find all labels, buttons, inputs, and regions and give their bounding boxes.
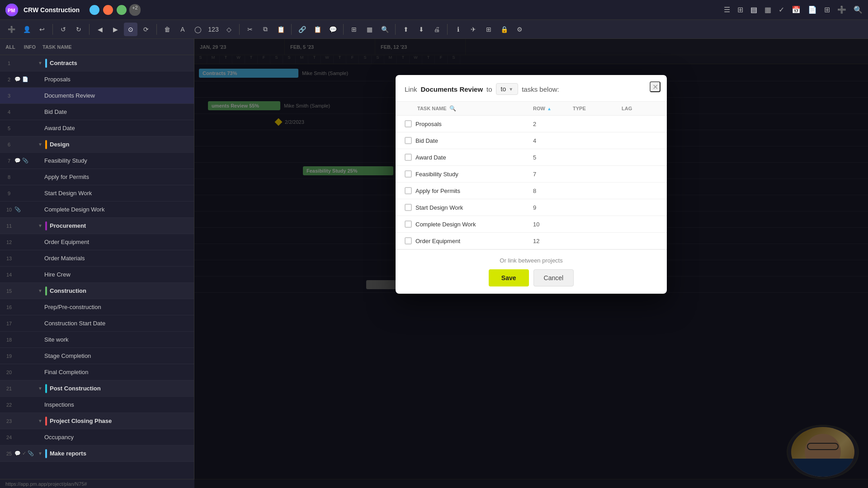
section-collapse-icon[interactable]: ▼ [37,418,43,424]
share-btn[interactable]: ✈ [467,23,480,36]
section-collapse-icon[interactable]: ▼ [37,141,43,148]
cancel-button[interactable]: Cancel [533,269,574,286]
table-row[interactable]: 2 💬 📄 Proposals [0,71,194,88]
list-item[interactable]: Proposals 2 [396,116,667,132]
indent-btn[interactable]: ▶ [108,23,122,36]
row-checkbox-feasibility[interactable] [405,170,412,178]
gantt-icon[interactable]: ▤ [750,5,757,14]
avatar-2[interactable] [102,4,114,16]
link-between-projects[interactable]: Or link between projects [500,257,562,264]
filter-btn[interactable]: ⊞ [482,23,495,36]
link-btn[interactable]: ⊙ [124,23,137,36]
number-btn[interactable]: 123 [207,23,220,36]
table-row[interactable]: 8 Apply for Permits [0,169,194,185]
list-item[interactable]: Award Date 5 [396,149,667,166]
table-row[interactable]: 21 ▼ Post Construction [0,380,194,397]
assign-btn[interactable]: ↩ [35,23,49,36]
copy-btn[interactable]: ⧉ [259,23,272,36]
table-row[interactable]: 20 Final Completion [0,364,194,380]
table-row[interactable]: 3 Documents Review [0,88,194,104]
table-row[interactable]: 16 Prep/Pre-construction [0,299,194,315]
table-row[interactable]: 13 Order Materials [0,250,194,267]
table-row[interactable]: 11 ▼ Procurement [0,218,194,234]
search-icon[interactable]: 🔍 [854,5,863,14]
unlink-btn[interactable]: ⟳ [139,23,153,36]
row-checkbox-completedesign[interactable] [405,221,412,228]
lock-btn[interactable]: 🔒 [497,23,511,36]
list-icon[interactable]: ⊞ [737,5,743,14]
list-item[interactable]: Bid Date 4 [396,132,667,149]
text-btn[interactable]: A [176,23,189,36]
list-item[interactable]: Order Equipment 12 [396,233,667,249]
diamond-btn[interactable]: ◇ [222,23,236,36]
add-user-btn[interactable]: 👤 [20,23,33,36]
table-row[interactable]: 1 ▼ Contracts [0,55,194,71]
table-row[interactable]: 9 Start Design Work [0,185,194,202]
section-collapse-icon[interactable]: ▼ [37,450,43,457]
table-row[interactable]: 19 Stage Completion [0,348,194,364]
calendar-icon[interactable]: 📅 [792,5,801,14]
undo-btn[interactable]: ↺ [57,23,70,36]
search-icon[interactable]: 🔍 [449,105,456,112]
add-task-btn[interactable]: ➕ [5,23,18,36]
delete-btn[interactable]: 🗑 [160,23,174,36]
row-checkbox-permits[interactable] [405,187,412,194]
info-btn[interactable]: ℹ [451,23,465,36]
section-collapse-icon[interactable]: ▼ [37,288,43,294]
redo-btn[interactable]: ↻ [72,23,85,36]
settings-btn[interactable]: ⚙ [513,23,526,36]
sort-icon[interactable]: ▲ [547,106,552,111]
table-row[interactable]: 24 Occupancy [0,429,194,446]
table-row[interactable]: 10 📎 Complete Design Work [0,202,194,218]
doc-icon[interactable]: 📄 [808,5,817,14]
table-row[interactable]: 23 ▼ Project Closing Phase [0,413,194,429]
print-btn[interactable]: 🖨 [430,23,443,36]
hyperlink-btn[interactable]: 🔗 [295,23,309,36]
modal-close-btn[interactable]: ✕ [650,81,660,92]
list-item[interactable]: Feasibility Study 7 [396,166,667,183]
table-row[interactable]: 22 Inspections [0,397,194,413]
table-row[interactable]: 25 💬 ✓ 📎 ▼ Make reports [0,446,194,462]
row-checkbox-orderequip[interactable] [405,237,412,244]
row-checkbox-startdesign[interactable] [405,204,412,211]
comment-btn[interactable]: 💬 [326,23,340,36]
modal-direction-dropdown[interactable]: to ▼ [496,83,519,95]
circle-btn[interactable]: ◯ [191,23,205,36]
section-collapse-icon[interactable]: ▼ [37,385,43,392]
table-row[interactable]: 17 Construction Start Date [0,315,194,332]
table-row[interactable]: 7 💬 📎 Feasibility Study [0,153,194,169]
list-item[interactable]: Start Design Work 9 [396,199,667,216]
table-row[interactable]: 12 Order Equipment [0,234,194,250]
zoom-btn[interactable]: 🔍 [378,23,392,36]
table-view-btn[interactable]: ⊞ [347,23,361,36]
app-logo[interactable]: PM [5,4,18,16]
save-button[interactable]: Save [489,269,529,286]
table-row[interactable]: 5 Award Date [0,120,194,136]
section-collapse-icon[interactable]: ▼ [37,223,43,229]
avatar-3[interactable] [116,4,127,16]
row-checkbox-award[interactable] [405,154,412,161]
table-row[interactable]: 15 ▼ Construction [0,283,194,299]
cut-btn[interactable]: ✂ [243,23,257,36]
row-checkbox-proposals[interactable] [405,120,412,127]
grid-view-btn[interactable]: ▦ [363,23,376,36]
table-row[interactable]: 18 Site work [0,332,194,348]
row-checkbox-biddate[interactable] [405,137,412,144]
table-row[interactable]: 4 Bid Date [0,104,194,120]
section-collapse-icon[interactable]: ▼ [37,60,43,66]
add-icon[interactable]: ➕ [837,5,846,14]
table-row[interactable]: 6 ▼ Design [0,136,194,153]
export-up-btn[interactable]: ⬆ [399,23,413,36]
avatar-1[interactable] [89,4,100,16]
check-icon[interactable]: ✓ [778,5,784,14]
export-down-btn[interactable]: ⬇ [415,23,428,36]
paste-btn[interactable]: 📋 [274,23,288,36]
table-row[interactable]: 14 Hire Crew [0,267,194,283]
notes-btn[interactable]: 📋 [311,23,324,36]
list-item[interactable]: Complete Design Work 10 [396,216,667,233]
list-item[interactable]: Apply for Permits 8 [396,183,667,199]
outdent-btn[interactable]: ◀ [93,23,107,36]
table-icon[interactable]: ⊞ [824,5,830,14]
menu-icon[interactable]: ☰ [724,5,730,14]
grid-icon[interactable]: ▦ [764,5,771,14]
